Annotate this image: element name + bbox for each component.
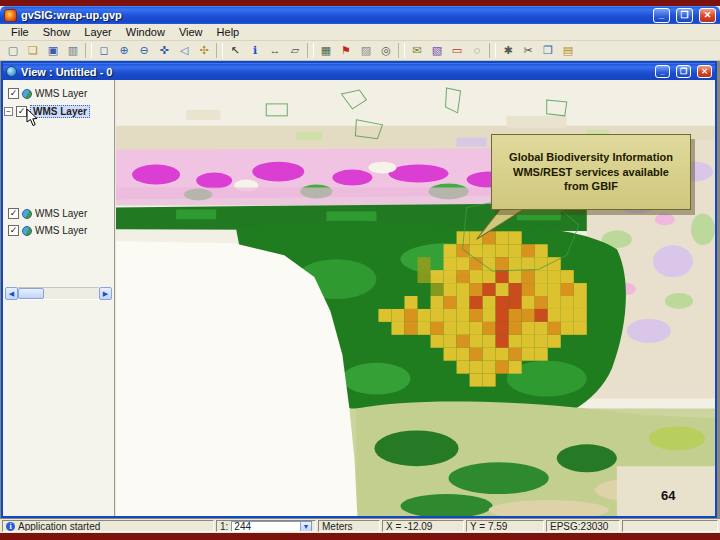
search-icon[interactable]: ◌ — [467, 42, 487, 59]
heatmap-cell — [496, 270, 509, 283]
heatmap-cell — [431, 322, 444, 335]
heatmap-cell — [509, 257, 522, 270]
heatmap-cell — [548, 296, 561, 309]
heatmap-cell — [457, 283, 470, 296]
view-window-titlebar[interactable]: View : Untitled - 0 _ ❐ ✕ — [3, 63, 715, 80]
heatmap-cell — [404, 296, 417, 309]
y-coordinate-segment: Y = 7.59 — [466, 520, 544, 532]
maximize-button[interactable]: ❐ — [676, 8, 693, 23]
layer-label[interactable]: WMS Layer — [35, 88, 87, 99]
frame-icon[interactable]: ▭ — [447, 42, 467, 59]
scroll-left-arrow-icon[interactable]: ◀ — [5, 287, 18, 300]
layer-item-3[interactable]: ✓ WMS Layer — [3, 206, 114, 221]
minimize-button[interactable]: _ — [653, 8, 670, 23]
toolbar-separator — [307, 43, 314, 58]
zoom-full-extent-icon[interactable]: ✜ — [154, 42, 174, 59]
settings-icon[interactable]: ✱ — [498, 42, 518, 59]
measure-area-icon[interactable]: ▱ — [285, 42, 305, 59]
scrollbar-thumb[interactable] — [18, 288, 44, 299]
map-viewport[interactable]: Global Biodiversity Information WMS/REST… — [116, 80, 715, 516]
heatmap-cell — [522, 283, 535, 296]
measure-distance-icon[interactable]: ↔ — [265, 42, 285, 59]
layer-checkbox[interactable]: ✓ — [8, 225, 19, 236]
zoom-select-icon[interactable]: ◻ — [94, 42, 114, 59]
heatmap-cell — [470, 322, 483, 335]
scrollbar-track[interactable] — [18, 287, 99, 300]
heatmap-cell — [404, 322, 417, 335]
heatmap-cell — [483, 374, 496, 387]
layer-checkbox[interactable]: ✓ — [8, 88, 19, 99]
heatmap-cell — [522, 335, 535, 348]
layer-item-4[interactable]: ✓ WMS Layer — [3, 223, 114, 238]
heatmap-cell — [496, 322, 509, 335]
heatmap-cell — [561, 322, 574, 335]
menu-item-window[interactable]: Window — [119, 25, 172, 39]
scale-value[interactable]: 244 — [232, 521, 300, 532]
gvsig-application-window: gvSIG:wrap-up.gvp _ ❐ ✕ FileShowLayerWin… — [0, 6, 720, 533]
view-minimize-button[interactable]: _ — [655, 65, 670, 78]
layer-item-1[interactable]: ✓ WMS Layer — [3, 86, 114, 101]
envelope-icon[interactable]: ✉ — [407, 42, 427, 59]
collapse-icon[interactable]: − — [4, 107, 13, 116]
chevron-down-icon[interactable]: ▼ — [300, 522, 311, 531]
chart-icon[interactable]: ▧ — [427, 42, 447, 59]
select-arrow-icon[interactable]: ↖ — [225, 42, 245, 59]
window-titlebar[interactable]: gvSIG:wrap-up.gvp _ ❐ ✕ — [0, 6, 720, 24]
layer-label[interactable]: WMS Layer — [35, 225, 87, 236]
heatmap-cell — [470, 374, 483, 387]
heatmap-cell — [522, 244, 535, 257]
scroll-right-arrow-icon[interactable]: ▶ — [99, 287, 112, 300]
layer-checkbox[interactable]: ✓ — [8, 208, 19, 219]
heatmap-cell — [561, 283, 574, 296]
zoom-in-icon[interactable]: ⊕ — [114, 42, 134, 59]
print-icon[interactable]: ▥ — [63, 42, 83, 59]
heatmap-cell — [535, 309, 548, 322]
close-button[interactable]: ✕ — [699, 8, 716, 23]
status-message: Application started — [18, 521, 100, 532]
locate-icon[interactable]: ◎ — [376, 42, 396, 59]
zoom-out-icon[interactable]: ⊖ — [134, 42, 154, 59]
heatmap-cell — [391, 309, 404, 322]
view-maximize-button[interactable]: ❐ — [676, 65, 691, 78]
x-coordinate-segment: X = -12.09 — [382, 520, 464, 532]
heatmap-cell — [574, 296, 587, 309]
heatmap-cell — [457, 361, 470, 374]
save-icon[interactable]: ▣ — [43, 42, 63, 59]
clear-selection-icon[interactable]: ▨ — [356, 42, 376, 59]
menu-item-file[interactable]: File — [4, 25, 36, 39]
new-document-icon[interactable]: ▢ — [3, 42, 23, 59]
layer-item-2-selected[interactable]: − ✓ WMS Layer — [3, 104, 114, 119]
heatmap-cell — [444, 270, 457, 283]
toolbar: ▢❏▣▥◻⊕⊖✜◁✣↖ℹ↔▱▦⚑▨◎✉▧▭◌✱✂❐▤ — [0, 41, 720, 61]
heatmap-cell — [418, 322, 431, 335]
heatmap-cell — [535, 322, 548, 335]
view-close-button[interactable]: ✕ — [697, 65, 712, 78]
heatmap-cell — [470, 335, 483, 348]
attribute-table-icon[interactable]: ▦ — [316, 42, 336, 59]
scale-combo[interactable]: 244 ▼ — [231, 521, 312, 532]
view-window-title: View : Untitled - 0 — [21, 66, 649, 78]
toc-horizontal-scrollbar[interactable]: ◀ ▶ — [5, 287, 112, 300]
toolbar-separator — [489, 43, 496, 58]
menu-item-show[interactable]: Show — [36, 25, 78, 39]
menu-item-view[interactable]: View — [172, 25, 210, 39]
heatmap-cell — [470, 296, 483, 309]
toolbar-separator — [398, 43, 405, 58]
copy-doc-icon[interactable]: ❐ — [538, 42, 558, 59]
info-tool-icon[interactable]: ℹ — [245, 42, 265, 59]
heatmap-cell — [522, 322, 535, 335]
menu-item-layer[interactable]: Layer — [77, 25, 119, 39]
flag-icon[interactable]: ⚑ — [336, 42, 356, 59]
units-segment: Meters — [318, 520, 380, 532]
heatmap-cell — [470, 283, 483, 296]
layer-label[interactable]: WMS Layer — [35, 208, 87, 219]
scale-prefix: 1: — [220, 521, 228, 532]
pan-icon[interactable]: ✣ — [194, 42, 214, 59]
heatmap-cell — [522, 348, 535, 361]
paste-doc-icon[interactable]: ▤ — [558, 42, 578, 59]
callout-text: Global Biodiversity Information WMS/REST… — [502, 150, 680, 195]
zoom-previous-icon[interactable]: ◁ — [174, 42, 194, 59]
menu-item-help[interactable]: Help — [210, 25, 247, 39]
scissors-icon[interactable]: ✂ — [518, 42, 538, 59]
open-project-icon[interactable]: ❏ — [23, 42, 43, 59]
